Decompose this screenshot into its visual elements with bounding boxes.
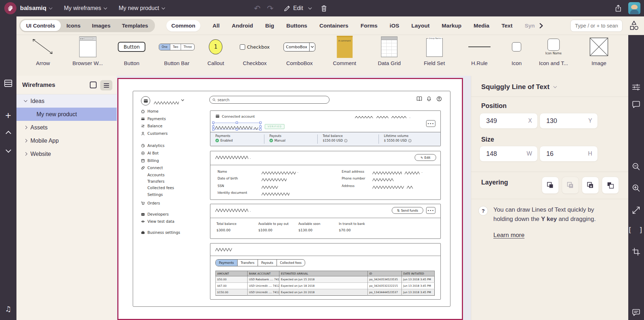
mockup-logo-squiggle[interactable] [154, 99, 179, 106]
field-label[interactable]: Email address [342, 170, 364, 173]
palette-item-arrow[interactable]: Arrow [30, 35, 56, 66]
bring-to-front-button[interactable] [562, 177, 579, 194]
mockup-search-input[interactable]: search [209, 96, 330, 104]
palette-item-combobox[interactable]: ComboBox ComboBox [283, 35, 315, 66]
category-layout[interactable]: Layout [411, 23, 430, 29]
user-avatar[interactable] [628, 2, 640, 14]
document-menu[interactable]: My new product [119, 5, 165, 11]
category-common[interactable]: Common [166, 20, 200, 31]
stat-payments[interactable]: Payments Enabled [210, 132, 264, 146]
palette-item-callout[interactable]: 1 Callout [208, 35, 224, 66]
field-label[interactable]: Address [342, 184, 355, 188]
stat-total-balance[interactable]: Total balance $150.00 USDi [318, 132, 379, 146]
mockup-nav-item-connect[interactable]: Connect [141, 166, 163, 170]
mockup-nav-item-transfers[interactable]: Transfers [147, 179, 165, 183]
zoom-to-fit-icon[interactable] [628, 206, 644, 215]
tab-payouts[interactable]: Payouts [258, 260, 277, 266]
mockup[interactable]: search HomePaymentsBalanceCustomersAnaly… [133, 91, 450, 307]
bell-icon[interactable] [426, 96, 431, 102]
stat-available-payout[interactable]: Available to pay out$100.00 [258, 222, 289, 232]
more-options-button[interactable]: ••• [426, 120, 435, 127]
mockup-logo-icon[interactable] [141, 96, 150, 105]
tree-item-ideas[interactable]: Ideas [16, 94, 117, 108]
zoom-out-icon[interactable] [628, 162, 644, 171]
tab-collected-fees[interactable]: Collected fees [277, 260, 305, 266]
verified-badge[interactable]: VERIFIED [265, 124, 284, 129]
mockup-nav-item-customers[interactable]: Customers [141, 131, 167, 136]
tree-item-mobile-app[interactable]: Mobile App [16, 134, 117, 147]
brand-name[interactable]: balsamiq [20, 5, 47, 12]
mockup-nav-item-home[interactable]: Home [141, 109, 158, 113]
palette-item-field-set[interactable]: Group Name Field Set [424, 35, 445, 66]
send-to-back-button[interactable] [602, 177, 619, 194]
palette-item-icon-and-text[interactable]: Icon Name Icon and T... [539, 35, 568, 66]
undo-button[interactable]: ↶ [254, 4, 260, 13]
tree-item-my-new-product[interactable]: My new product [16, 108, 117, 121]
editor-canvas[interactable]: search HomePaymentsBalanceCustomersAnaly… [117, 76, 471, 320]
position-x-input[interactable]: 349X [479, 113, 538, 129]
field-value-squiggle[interactable] [372, 176, 394, 183]
learn-more-link[interactable]: Learn more [493, 232, 525, 239]
resize-handle[interactable] [259, 122, 262, 124]
size-h-input[interactable]: 16H [540, 146, 598, 162]
stat-lifetime-volume[interactable]: Lifetime volume $ 5550.00 USDi [379, 132, 440, 146]
table-header[interactable]: ID [368, 271, 402, 276]
mockup-nav-item-collected-fees[interactable]: Collected fees [147, 186, 174, 190]
tree-item-website[interactable]: Website [16, 147, 117, 161]
bring-forward-button[interactable] [542, 177, 559, 194]
book-icon[interactable] [416, 96, 422, 101]
resize-handle[interactable] [212, 122, 214, 124]
mockup-nav-item-view-test-data[interactable]: View test data [141, 219, 174, 223]
field-value-squiggle[interactable] [372, 183, 404, 190]
balsamiq-logo-icon[interactable] [4, 2, 16, 14]
account-details-card[interactable]: . ✎Edit Name . Date of birth SSN Identit… [210, 151, 441, 200]
palette-item-browser-window[interactable]: Browser W... [72, 35, 103, 66]
trash-button[interactable] [321, 5, 327, 12]
balances-card[interactable]: . ⇅Send funds ••• Total balance$300.00 A… [210, 204, 441, 239]
category-ios[interactable]: iOS [390, 23, 399, 29]
field-label[interactable]: Date of birth [218, 177, 238, 180]
mockup-nav-item-analytics[interactable]: Analytics [141, 143, 165, 148]
tab-icons[interactable]: Icons [61, 20, 86, 31]
category-android[interactable]: Android [232, 23, 253, 29]
field-label[interactable]: Phone number [342, 177, 365, 180]
scroll-right-chevron-icon[interactable] [539, 23, 543, 29]
field-value-squiggle[interactable] [407, 183, 413, 190]
palette-item-hrule[interactable]: H.Rule [468, 35, 491, 66]
resize-handle[interactable] [236, 128, 238, 131]
resize-handle[interactable] [212, 128, 214, 131]
table-header[interactable]: BANK ACCOUNT [248, 271, 279, 276]
zoom-in-icon[interactable] [628, 184, 644, 192]
more-options-button[interactable]: ••• [426, 207, 435, 214]
tab-transfers[interactable]: Transfers [238, 260, 258, 266]
move-up-button[interactable] [0, 132, 16, 136]
field-label[interactable]: Identity document [218, 191, 247, 195]
palette-item-button[interactable]: Button Button [118, 35, 145, 66]
tab-images[interactable]: Images [86, 20, 116, 31]
thumbnail-view-button[interactable] [90, 82, 97, 88]
mockup-nav-item-orders[interactable]: Orders [141, 201, 160, 205]
redo-button[interactable]: ↷ [267, 4, 273, 13]
mockup-nav-item-billing[interactable]: Billing [141, 158, 159, 163]
category-media[interactable]: Media [474, 23, 489, 29]
list-view-button[interactable] [100, 80, 112, 90]
palette-item-icon[interactable]: Icon [512, 35, 522, 66]
table-row[interactable]: $67.00USD Unicredit .... 7412Expected on… [216, 283, 435, 289]
category-text[interactable]: Text [502, 23, 513, 29]
mockup-nav-item-balance[interactable]: Balance [141, 124, 162, 128]
tab-ui-controls[interactable]: UI Controls [20, 20, 61, 31]
resize-handle[interactable] [259, 125, 262, 128]
resize-handle[interactable] [236, 122, 238, 124]
table-row[interactable]: $50.00USD Rabobank .... 741Expected on J… [216, 276, 435, 283]
connected-account-card[interactable]: Connected account . VERIFIED ••• [210, 110, 441, 146]
table-header[interactable]: DATE INITIATED [402, 271, 435, 276]
tree-item-assets[interactable]: Assets [16, 121, 117, 134]
transactions-card[interactable]: Payments Transfers Payouts Collected fee… [210, 243, 441, 300]
inspector-title-menu[interactable]: Squiggly Line of Text [481, 83, 556, 91]
header-squiggles[interactable]: . [355, 115, 410, 119]
search-input[interactable] [570, 20, 623, 32]
field-value-squiggle[interactable] [262, 183, 278, 190]
comments-icon[interactable] [628, 100, 644, 109]
card-title-squiggle[interactable] [215, 248, 233, 252]
inspector-sliders-icon[interactable] [628, 83, 644, 92]
